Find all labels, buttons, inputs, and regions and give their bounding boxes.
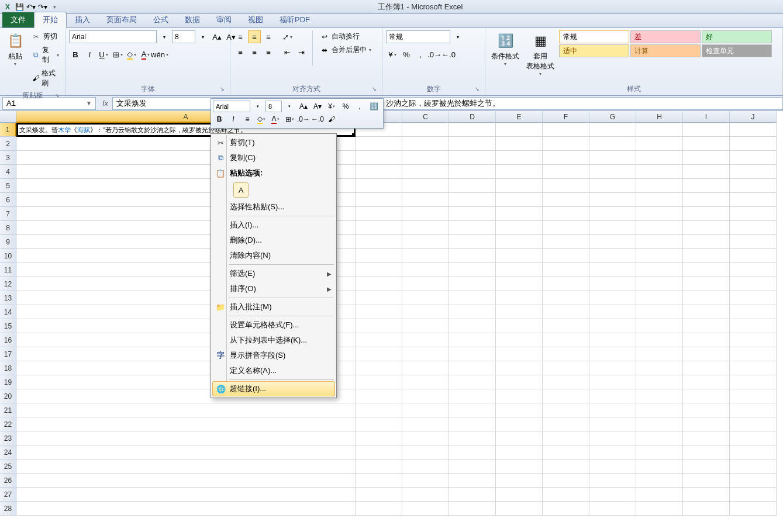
cell[interactable]	[16, 488, 356, 502]
tab-view[interactable]: 视图	[240, 12, 271, 27]
cell[interactable]	[730, 137, 777, 151]
cell[interactable]	[730, 277, 777, 291]
cell[interactable]	[543, 333, 589, 347]
cell[interactable]	[16, 502, 356, 516]
cell[interactable]	[356, 249, 402, 263]
cell[interactable]	[589, 431, 636, 445]
cell[interactable]	[589, 249, 636, 263]
clipboard-launcher-icon[interactable]: ↘	[53, 92, 61, 101]
font-launcher-icon[interactable]: ↘	[218, 86, 226, 94]
fx-icon[interactable]: fx	[98, 97, 112, 110]
cell[interactable]	[636, 375, 683, 389]
cell[interactable]	[730, 207, 777, 221]
cell[interactable]	[496, 123, 543, 137]
tab-data[interactable]: 数据	[177, 12, 208, 27]
cell-styles-gallery[interactable]: 常规 差 好 适中 计算 检查单元	[559, 30, 772, 57]
cell[interactable]	[683, 347, 730, 361]
cell[interactable]	[730, 291, 777, 305]
cell[interactable]	[683, 403, 730, 417]
row-header[interactable]: 1	[0, 123, 16, 137]
name-box-dd-icon[interactable]: ▼	[86, 100, 92, 106]
ctx-hyperlink[interactable]: 🌐超链接(I)...	[212, 381, 335, 396]
cell[interactable]	[636, 445, 683, 460]
ctx-define-name[interactable]: 定义名称(A)...	[212, 363, 335, 378]
cell[interactable]	[402, 165, 449, 179]
cell[interactable]	[683, 151, 730, 165]
wrap-text-button[interactable]: ↩自动换行	[318, 30, 374, 43]
cell[interactable]	[496, 221, 543, 235]
cell[interactable]	[402, 375, 449, 389]
cell[interactable]	[730, 333, 777, 347]
align-bottom-icon[interactable]: ≡	[262, 30, 275, 43]
cell[interactable]	[543, 460, 589, 474]
mini-currency-icon[interactable]: ¥	[325, 101, 338, 112]
italic-icon[interactable]: I	[83, 48, 96, 61]
cell[interactable]	[543, 403, 589, 417]
cell[interactable]	[589, 333, 636, 347]
cell[interactable]	[589, 417, 636, 431]
cell[interactable]	[636, 403, 683, 417]
cell[interactable]	[402, 361, 449, 375]
cell[interactable]	[543, 305, 589, 319]
ctx-pick-list[interactable]: 从下拉列表中选择(K)...	[212, 333, 335, 348]
row-header[interactable]: 22	[0, 417, 16, 431]
row-header[interactable]: 9	[0, 235, 16, 249]
mini-align-icon[interactable]: ≡	[241, 113, 254, 125]
cell[interactable]	[730, 123, 777, 137]
cell[interactable]	[683, 235, 730, 249]
orientation-icon[interactable]: ⤢	[281, 30, 294, 43]
cell[interactable]	[636, 235, 683, 249]
cell[interactable]	[356, 375, 402, 389]
grid-body[interactable]: 1文采焕发。晋木华《海赋》："若乃云锦散文於沙汭之际，綾罗被光於螺蚌之节。234…	[0, 123, 783, 516]
cell[interactable]	[496, 319, 543, 333]
ctx-cut[interactable]: ✂剪切(T)	[212, 135, 335, 150]
cell[interactable]	[356, 502, 402, 516]
font-name-dd-icon[interactable]: ▾	[158, 30, 171, 43]
cell[interactable]	[543, 263, 589, 277]
cell[interactable]	[543, 179, 589, 193]
cell[interactable]	[589, 347, 636, 361]
cell[interactable]	[730, 417, 777, 431]
cell[interactable]	[589, 291, 636, 305]
cell[interactable]	[449, 445, 496, 460]
cell[interactable]	[496, 389, 543, 403]
cell[interactable]	[730, 347, 777, 361]
cell[interactable]	[496, 305, 543, 319]
cell[interactable]	[683, 375, 730, 389]
row-header[interactable]: 24	[0, 445, 16, 460]
cell[interactable]	[683, 305, 730, 319]
cell[interactable]	[496, 291, 543, 305]
cell[interactable]	[402, 305, 449, 319]
cell[interactable]	[730, 460, 777, 474]
row-header[interactable]: 25	[0, 460, 16, 474]
cell[interactable]	[356, 431, 402, 445]
cell[interactable]	[683, 460, 730, 474]
cell[interactable]	[543, 319, 589, 333]
mini-size-dd-icon[interactable]: ▾	[283, 101, 296, 112]
cell[interactable]	[356, 305, 402, 319]
cell[interactable]	[402, 319, 449, 333]
row-header[interactable]: 15	[0, 319, 16, 333]
cell[interactable]	[730, 502, 777, 516]
cell[interactable]	[589, 123, 636, 137]
percent-icon[interactable]: %	[400, 48, 413, 61]
mini-bold-icon[interactable]: B	[213, 113, 226, 125]
cell[interactable]	[356, 445, 402, 460]
cell[interactable]	[730, 193, 777, 207]
cell[interactable]	[16, 403, 356, 417]
cell[interactable]	[496, 207, 543, 221]
cell[interactable]	[589, 277, 636, 291]
cell[interactable]	[730, 165, 777, 179]
cell[interactable]	[543, 488, 589, 502]
cell[interactable]	[636, 165, 683, 179]
mini-inc-dec-icon[interactable]: .0→	[297, 113, 310, 125]
cell[interactable]	[16, 431, 356, 445]
cell[interactable]	[636, 263, 683, 277]
cell[interactable]	[730, 389, 777, 403]
col-header-F[interactable]: F	[543, 111, 589, 123]
select-all-corner[interactable]	[0, 111, 16, 123]
style-good[interactable]: 好	[702, 30, 772, 43]
mini-font-name[interactable]	[213, 101, 250, 112]
cell[interactable]	[543, 193, 589, 207]
cell[interactable]	[730, 361, 777, 375]
